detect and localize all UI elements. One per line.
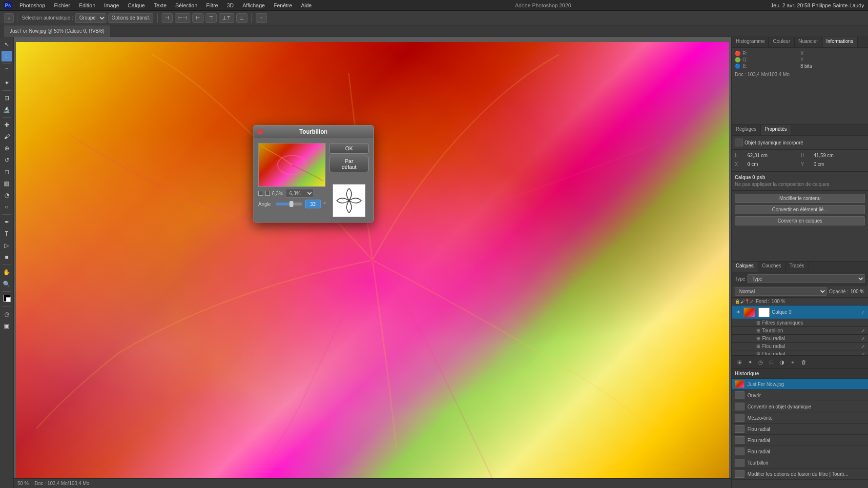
- screen-mode-btn[interactable]: ▣: [1, 321, 12, 331]
- tab-couleur[interactable]: Couleur: [769, 37, 794, 47]
- document-tab[interactable]: Just For Now.jpg @ 50% (Calque 0, RVB/8): [4, 25, 111, 37]
- filter-flou-radial-3[interactable]: ⊞ Flou radial ⤢: [732, 350, 868, 355]
- angle-input[interactable]: [305, 200, 321, 208]
- ok-button[interactable]: OK: [330, 143, 369, 154]
- new-layer-btn[interactable]: +: [788, 358, 797, 366]
- zoom-level: 50 %: [18, 481, 29, 486]
- tool-options-btn[interactable]: ⬦: [4, 13, 14, 23]
- dialog-preview-main[interactable]: [258, 143, 326, 187]
- options-transform-btn[interactable]: Options de transf.: [108, 13, 154, 23]
- filter-options-1[interactable]: ⤢: [861, 336, 865, 341]
- filter-options-tourbillon[interactable]: ⤢: [861, 328, 865, 333]
- history-brush-tool[interactable]: ↺: [1, 155, 12, 165]
- menu-fichier[interactable]: Fichier: [50, 1, 74, 9]
- blend-mode-select[interactable]: Normal: [735, 287, 827, 296]
- preview-checkbox[interactable]: [258, 191, 263, 196]
- tourbillon-dialog[interactable]: Tourbillon: [253, 125, 374, 223]
- filter-options-3[interactable]: ⤢: [861, 352, 865, 356]
- menu-3d[interactable]: 3D: [223, 1, 238, 9]
- new-group-btn[interactable]: □: [767, 358, 776, 366]
- menu-fenetre[interactable]: Fenêtre: [269, 1, 296, 9]
- align-right-btn[interactable]: ⊢: [192, 13, 204, 23]
- history-item-6[interactable]: Flou radial: [732, 446, 868, 457]
- tab-nuancier[interactable]: Nuancier: [795, 37, 823, 47]
- healing-brush-tool[interactable]: ✚: [1, 120, 12, 130]
- btn-modifier-contenu[interactable]: Modifier le contenu: [735, 194, 865, 203]
- pen-tool[interactable]: ✒: [1, 217, 12, 227]
- hand-tool[interactable]: ✋: [1, 267, 12, 278]
- filter-tourbillon[interactable]: ⊞ Tourbillon ⤢: [732, 327, 868, 335]
- brush-tool[interactable]: 🖌: [1, 131, 12, 142]
- gradient-tool[interactable]: ▦: [1, 178, 12, 189]
- magic-wand-tool[interactable]: ✦: [1, 78, 12, 88]
- blur-tool[interactable]: ◔: [1, 190, 12, 201]
- path-select-tool[interactable]: ▷: [1, 240, 12, 251]
- zoom-tool[interactable]: 🔍: [1, 279, 12, 289]
- align-left-btn[interactable]: ⊣: [162, 13, 173, 23]
- add-mask-btn[interactable]: ◷: [756, 358, 765, 366]
- tab-histogramme[interactable]: Histogramme: [732, 37, 769, 47]
- tab-reglages[interactable]: Réglages: [732, 125, 761, 135]
- quick-mask-btn[interactable]: ◷: [1, 309, 12, 320]
- zoom-select[interactable]: 6,3% 12,5% 25% 50% 100%: [285, 189, 314, 198]
- eyedropper-tool[interactable]: 🔬: [1, 104, 12, 115]
- layer-options-icon[interactable]: ⤢: [861, 310, 865, 315]
- menu-aide[interactable]: Aide: [297, 1, 315, 9]
- layer-visibility-toggle[interactable]: 👁: [735, 309, 742, 316]
- move-tool[interactable]: ↖: [1, 39, 12, 50]
- tab-traces[interactable]: Tracés: [785, 262, 808, 272]
- add-adjustment-btn[interactable]: ◑: [778, 358, 786, 366]
- tab-informations[interactable]: Informations: [823, 37, 858, 47]
- preview-checkbox-2[interactable]: [265, 191, 270, 196]
- menu-texte[interactable]: Texte: [150, 1, 170, 9]
- layers-type-filter[interactable]: Type: [747, 274, 865, 283]
- menu-edition[interactable]: Edition: [75, 1, 100, 9]
- tab-calques[interactable]: Calques: [732, 262, 758, 272]
- select-tool[interactable]: □: [1, 51, 12, 61]
- layer-item-0[interactable]: 👁 Calque 0 ⤢: [732, 305, 868, 319]
- default-button[interactable]: Par défaut: [330, 156, 369, 172]
- shape-tool[interactable]: ■: [1, 252, 12, 263]
- filter-flou-radial-1[interactable]: ⊞ Flou radial ⤢: [732, 335, 868, 343]
- angle-slider[interactable]: [276, 203, 302, 205]
- dialog-close-button[interactable]: [257, 129, 263, 135]
- history-item-2[interactable]: Convertir en objet dynamique: [732, 401, 868, 412]
- history-item-5[interactable]: Flou radial: [732, 435, 868, 446]
- tab-couches[interactable]: Couches: [758, 262, 785, 272]
- more-options-btn[interactable]: ···: [256, 13, 267, 23]
- align-bottom-btn[interactable]: ⊥: [236, 13, 248, 23]
- link-layers-btn[interactable]: ⊞: [735, 358, 744, 366]
- text-tool[interactable]: T: [1, 228, 12, 239]
- align-middle-btn[interactable]: ⊥⊤: [219, 13, 234, 23]
- crop-tool[interactable]: ⊡: [1, 93, 12, 103]
- history-item-4[interactable]: Flou radial: [732, 424, 868, 435]
- history-item-1[interactable]: Ouvrir: [732, 390, 868, 401]
- align-top-btn[interactable]: ⊤: [206, 13, 217, 23]
- angle-slider-thumb[interactable]: [289, 201, 293, 207]
- menu-photoshop[interactable]: Photoshop: [16, 1, 49, 9]
- history-item-3[interactable]: Mézzo-tinte: [732, 412, 868, 424]
- lasso-tool[interactable]: ⌒: [1, 66, 12, 77]
- menu-filtre[interactable]: Filtre: [202, 1, 222, 9]
- menu-calque[interactable]: Calque: [124, 1, 149, 9]
- foreground-color[interactable]: [1, 294, 12, 305]
- tab-proprietes[interactable]: Propriétés: [761, 125, 791, 135]
- menu-affichage[interactable]: Affichage: [239, 1, 269, 9]
- eraser-tool[interactable]: ◻: [1, 166, 12, 177]
- menu-image[interactable]: Image: [100, 1, 123, 9]
- btn-convertir-element[interactable]: Convertir en élément lié...: [735, 205, 865, 214]
- history-thumb-4: [735, 425, 744, 433]
- history-item-7[interactable]: Tourbillon: [732, 457, 868, 468]
- selection-type-select[interactable]: Groupe Calque: [75, 13, 106, 23]
- btn-convertir-calques[interactable]: Convertir en calques: [735, 216, 865, 225]
- filter-flou-radial-2[interactable]: ⊞ Flou radial ⤢: [732, 343, 868, 350]
- history-item-8[interactable]: Modifier les options de fusion du filtre…: [732, 468, 868, 480]
- align-center-h-btn[interactable]: ⊢⊣: [175, 13, 190, 23]
- clone-stamp-tool[interactable]: ⊕: [1, 143, 12, 154]
- history-item-0[interactable]: Just For Now.jpg: [732, 379, 868, 390]
- menu-selection[interactable]: Sélection: [171, 1, 201, 9]
- filter-options-2[interactable]: ⤢: [861, 344, 865, 349]
- dodge-tool[interactable]: ○: [1, 202, 12, 212]
- delete-layer-btn[interactable]: 🗑: [799, 358, 808, 366]
- add-style-btn[interactable]: ✦: [745, 358, 754, 366]
